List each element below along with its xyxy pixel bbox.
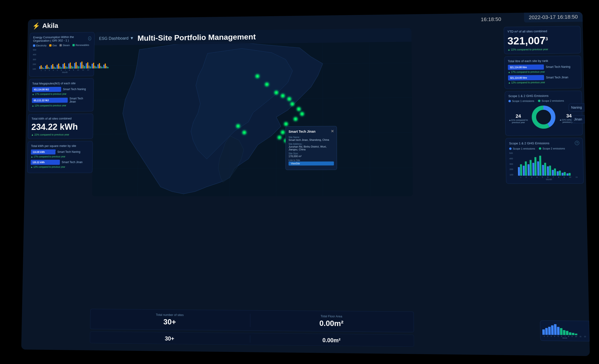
legend-dot-gas bbox=[49, 44, 52, 47]
app-header: ⚡ Akila bbox=[32, 22, 59, 29]
scope-bar-legend-s2-dot bbox=[539, 147, 541, 150]
popup-link-row: Link to Site ViewSite bbox=[289, 159, 334, 165]
map-dot[interactable] bbox=[281, 131, 284, 134]
popup-close-btn[interactable]: ✕ bbox=[331, 129, 334, 133]
kwh-change: ▲ 22% compared to previous year bbox=[31, 133, 90, 136]
litre-bar1: 321,114.00 litre bbox=[508, 64, 544, 70]
megajoules-site2: 65,111.22 MJ Smart Tech Jinan ▲ 12% comp… bbox=[32, 97, 90, 107]
popup-title-row: Smart Tech Jinan ✕ bbox=[289, 129, 334, 134]
kwh-value: 234.22 kWh bbox=[31, 122, 90, 132]
scope-donut-legend: Scope 1 emissions Scope 2 emissions bbox=[509, 99, 578, 102]
legend-renewables: Renewables bbox=[72, 44, 89, 46]
legend-steam: Steam bbox=[59, 44, 70, 47]
popup-address-row: Site Address : Junshan Rd, Binhu Distric… bbox=[289, 142, 334, 151]
energy-consumption-card: Energy Consumption Within the Organizati… bbox=[29, 32, 95, 77]
map-dot[interactable] bbox=[297, 107, 300, 110]
ytd-m3-change: ▲ 22% compared to previous year bbox=[508, 47, 577, 51]
scope-bar-legend-s1-dot bbox=[509, 148, 511, 150]
kwh-sqm-site2: 120.22 kWh Smart Tech Jinan ▲ 12% compar… bbox=[31, 160, 89, 168]
scope-bar-chart bbox=[518, 152, 580, 176]
scope1-dot bbox=[509, 100, 511, 102]
total-floor-stat: Total Floor Area 0.00m² bbox=[250, 314, 414, 329]
scope-ghg-donut-card: Scope 1 & 2 GHG Emissions Scope 1 emissi… bbox=[505, 91, 583, 135]
map-dot[interactable] bbox=[236, 124, 240, 128]
ytd-m3-value: 321,0073 bbox=[507, 34, 577, 47]
map-dot[interactable] bbox=[284, 122, 288, 125]
map-title: Multi-Site Portfolio Management bbox=[137, 32, 256, 43]
partial-bottom-chart: 123456789101112 Month bbox=[540, 320, 590, 341]
mj-bar1: 43,114.00 MJ bbox=[32, 87, 61, 92]
map-dot[interactable] bbox=[265, 83, 269, 86]
legend-electricity: Electricity bbox=[33, 44, 47, 47]
legend-gas: Gas bbox=[49, 44, 57, 47]
litre-site2: 321,114.00 litre Smart Tech Jinan ▲ 12% … bbox=[508, 75, 578, 84]
site-popup: Smart Tech Jinan ✕ Site Name : Smart tec… bbox=[285, 126, 337, 170]
energy-x-label: Month bbox=[39, 71, 90, 74]
popup-title-text: Smart Tech Jinan bbox=[289, 129, 315, 133]
kwh-per-sqm-card: Total kWh per square meter by site 114.0… bbox=[27, 141, 93, 173]
popup-size-row: Site Size: 178,000 m² bbox=[289, 152, 334, 158]
total-floor-value: 0.00m² bbox=[250, 318, 414, 328]
left-panel: Energy Consumption Within the Organizati… bbox=[27, 32, 95, 173]
litre-site1: 321,114.00 litre Smart Tech Naning ▲ 17%… bbox=[508, 64, 578, 73]
energy-chart-wrapper: 500 400 300 200 100 123456789101112 Mont… bbox=[33, 48, 91, 74]
ytd-m3-card: YTD m³ of all sites combined 321,0073 ▲ … bbox=[504, 26, 581, 54]
scope-x-label: Month bbox=[518, 178, 580, 181]
energy-card-title: Energy Consumption Within the Organizati… bbox=[33, 35, 88, 42]
partial-card-naning: Naning bbox=[568, 103, 584, 111]
popup-site-name-row: Site Name : Smart tech Jinan, Shandong, … bbox=[289, 136, 334, 141]
energy-x-axis: 123456789101112 bbox=[39, 69, 90, 71]
scope-bar-chart-wrapper: 500400300200100 1234567891011 Month bbox=[509, 152, 580, 181]
legend-dot-renewables bbox=[72, 44, 75, 46]
scope-bar-legend: Scope 1 emissions Scope 2 emissions bbox=[509, 147, 579, 150]
partial-card-jinan: Jinan bbox=[571, 115, 585, 123]
kwh-combined-card: Total kWh of all sites combined 234.22 k… bbox=[28, 114, 93, 139]
litre-rank-title: Total litre of each site by rank bbox=[508, 59, 548, 63]
megajoules-site1: 43,114.00 MJ Smart Tech Naning ▲ 17% com… bbox=[32, 86, 90, 95]
svg-point-13 bbox=[536, 110, 551, 124]
kwh-sqm-site1: 114.00 kWh Smart Tech Naning ▲ 17% compa… bbox=[31, 149, 89, 158]
legend-dot-steam bbox=[59, 44, 62, 46]
scope-donut-chart bbox=[530, 104, 557, 133]
legend-dot-electricity bbox=[33, 44, 35, 47]
kwh-sqm-bar1: 114.00 kWh bbox=[31, 149, 56, 154]
map-dot[interactable] bbox=[243, 131, 246, 134]
ytd-m3-title: YTD m³ of all sites combined bbox=[507, 29, 547, 33]
bottom-bar2: 30+ 0.00m² bbox=[90, 331, 414, 347]
datetime-text: 2022-03-17 16:18:50 bbox=[529, 14, 578, 20]
esg-dashboard-dropdown[interactable]: ESG Dashboard ▼ bbox=[99, 36, 134, 41]
map-dot[interactable] bbox=[281, 94, 284, 97]
scope-ghg-bar-card: Scope 1 & 2 GHG Emissions ? Scope 1 emis… bbox=[505, 138, 584, 184]
total-sites-stat: Total number of sites 30+ bbox=[90, 312, 250, 327]
scope-bar-info-btn[interactable]: ? bbox=[575, 141, 579, 145]
litre-rank-card: Total litre of each site by rank 321,114… bbox=[504, 55, 582, 89]
map-dot[interactable] bbox=[288, 97, 291, 101]
logo-text: Akila bbox=[42, 22, 58, 29]
scope-x-axis: 1234567891011 bbox=[518, 176, 580, 178]
scope2-dot bbox=[538, 99, 540, 102]
kwh-sqm-title: Total kWh per square meter by site bbox=[31, 144, 76, 148]
megajoules-card: Total Megajoules(MJ) of each site 43,114… bbox=[28, 78, 94, 112]
scope1-label: 24 ▲21% compared to previous year bbox=[509, 113, 528, 124]
datetime-display: 2022-03-17 16:18:50 bbox=[524, 12, 583, 22]
energy-bar-chart bbox=[39, 48, 91, 69]
scope-donut-title: Scope 1 & 2 GHG Emissions bbox=[508, 94, 548, 98]
kwh-card-title: Total kWh of all sites combined bbox=[32, 116, 72, 120]
map-dot[interactable] bbox=[294, 117, 297, 121]
energy-info-btn[interactable]: i bbox=[88, 36, 91, 40]
megajoules-card-title: Total Megajoules(MJ) of each site bbox=[32, 81, 76, 85]
mj-bar2: 65,111.22 MJ bbox=[32, 98, 68, 103]
popup-view-site-btn[interactable]: ViewSite bbox=[289, 161, 334, 165]
map-dot[interactable] bbox=[291, 102, 294, 106]
map-dot[interactable] bbox=[300, 112, 304, 115]
map-dot[interactable] bbox=[275, 91, 278, 94]
bottom-value1: 30+ bbox=[90, 333, 250, 343]
map-dot[interactable] bbox=[278, 136, 281, 139]
litre-bar2: 321,114.00 litre bbox=[508, 75, 544, 80]
logo-icon: ⚡ bbox=[32, 22, 40, 29]
clock-secondary: 16:18:50 bbox=[481, 16, 501, 22]
map-dot[interactable] bbox=[256, 74, 259, 78]
kwh-sqm-bar2: 120.22 kWh bbox=[31, 160, 60, 165]
bottom-stats-bar: Total number of sites 30+ Total Floor Ar… bbox=[90, 309, 414, 332]
bottom-value2: 0.00m² bbox=[250, 335, 414, 344]
